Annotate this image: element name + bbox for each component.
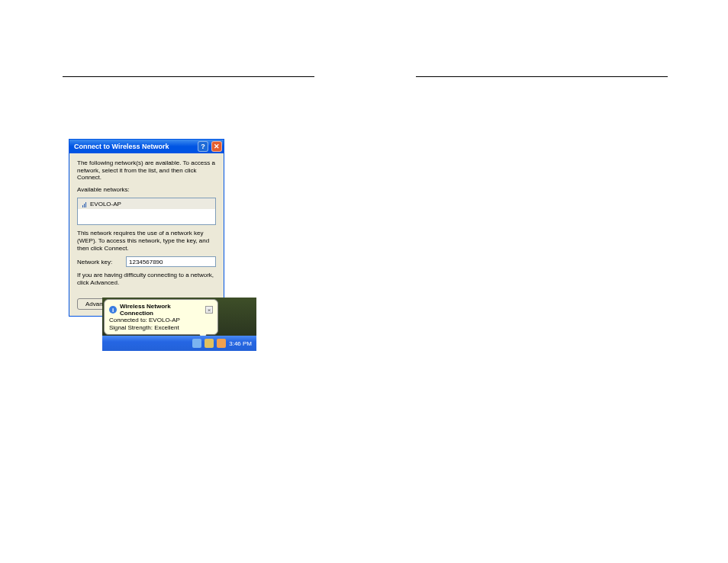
advanced-note: If you are having difficulty connecting … — [77, 272, 216, 286]
page-rule-right — [416, 76, 668, 77]
taskbar: 3:46 PM — [102, 336, 256, 351]
available-networks-label: Available networks: — [77, 186, 216, 194]
dialog-title: Connect to Wireless Network — [74, 143, 195, 150]
connect-wireless-dialog: Connect to Wireless Network ? ✕ The foll… — [69, 139, 224, 317]
info-icon: i — [109, 306, 117, 314]
network-item[interactable]: EVOLO-AP — [78, 198, 215, 209]
tray-volume-icon[interactable] — [217, 339, 226, 348]
networks-listbox[interactable]: EVOLO-AP — [77, 198, 216, 225]
balloon-title: Wireless Network Connection — [120, 303, 202, 317]
titlebar: Connect to Wireless Network ? ✕ — [69, 140, 224, 153]
notification-area: i Wireless Network Connection × Connecte… — [102, 298, 256, 351]
close-button[interactable]: ✕ — [211, 141, 222, 152]
network-key-row: Network key: 1234567890 — [77, 256, 216, 267]
network-key-label: Network key: — [77, 259, 121, 265]
tray-network-icon[interactable] — [192, 339, 201, 348]
dialog-intro: The following network(s) are available. … — [77, 159, 216, 182]
tray-shield-icon[interactable] — [205, 339, 214, 348]
network-key-input[interactable]: 1234567890 — [126, 256, 216, 267]
network-ssid: EVOLO-AP — [90, 201, 121, 208]
dialog-body: The following network(s) are available. … — [69, 153, 224, 316]
wep-note: This network requires the use of a netwo… — [77, 230, 216, 252]
wifi-icon — [81, 200, 87, 208]
taskbar-clock: 3:46 PM — [229, 340, 252, 347]
connection-balloon: i Wireless Network Connection × Connecte… — [104, 299, 218, 335]
balloon-close-button[interactable]: × — [205, 306, 213, 314]
help-button[interactable]: ? — [198, 141, 208, 152]
page-rule-left — [63, 76, 314, 77]
balloon-line1: Connected to: EVOLO-AP — [109, 317, 213, 324]
balloon-line2: Signal Strength: Excellent — [109, 324, 213, 332]
